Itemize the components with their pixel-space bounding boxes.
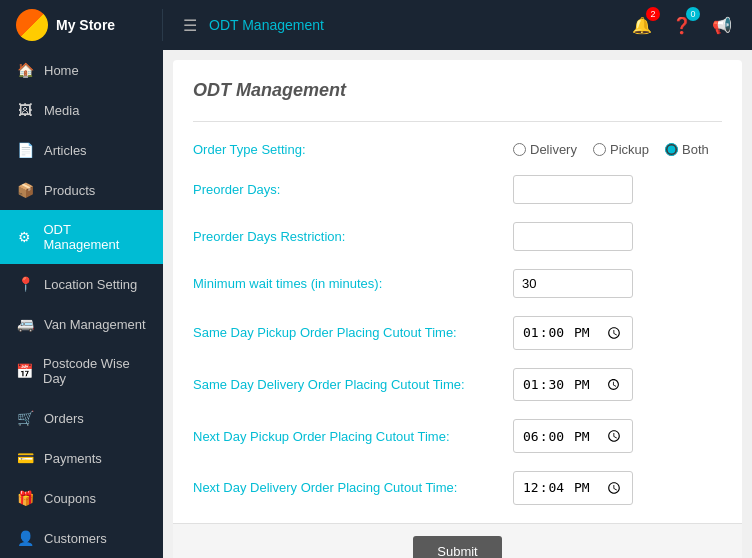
sidebar-item-label: Products xyxy=(44,183,95,198)
location-setting-icon: 📍 xyxy=(16,276,34,292)
min-wait-control xyxy=(513,269,722,298)
preorder-days-restriction-control xyxy=(513,222,722,251)
preorder-days-restriction-label: Preorder Days Restriction: xyxy=(193,229,513,244)
orders-icon: 🛒 xyxy=(16,410,34,426)
sidebar-item-label: Postcode Wise Day xyxy=(43,356,147,386)
sidebar-item-label: Orders xyxy=(44,411,84,426)
next-day-pickup-input[interactable] xyxy=(513,419,633,453)
updates-button[interactable]: ❓ 0 xyxy=(668,11,696,39)
next-day-pickup-label: Next Day Pickup Order Placing Cutout Tim… xyxy=(193,429,513,444)
next-day-delivery-label: Next Day Delivery Order Placing Cutout T… xyxy=(193,480,513,495)
notifications-badge: 2 xyxy=(646,7,660,21)
same-day-delivery-row: Same Day Delivery Order Placing Cutout T… xyxy=(193,368,722,402)
page-title: ODT Management xyxy=(193,80,722,101)
sidebar-item-label: Articles xyxy=(44,143,87,158)
submit-button[interactable]: Submit xyxy=(413,536,501,558)
customers-icon: 👤 xyxy=(16,530,34,546)
hamburger-icon[interactable]: ☰ xyxy=(183,16,197,35)
sidebar-item-label: Location Setting xyxy=(44,277,137,292)
sidebar-item-customers[interactable]: 👤 Customers xyxy=(0,518,163,558)
sidebar-item-articles[interactable]: 📄 Articles xyxy=(0,130,163,170)
sidebar-item-label: Coupons xyxy=(44,491,96,506)
order-type-row: Order Type Setting: Delivery Pickup Both xyxy=(193,142,722,157)
home-icon: 🏠 xyxy=(16,62,34,78)
main-content: ODT Management Order Type Setting: Deliv… xyxy=(173,60,742,558)
sidebar-item-odt-management[interactable]: ⚙ ODT Management xyxy=(0,210,163,264)
order-type-label: Order Type Setting: xyxy=(193,142,513,157)
same-day-delivery-control xyxy=(513,368,722,402)
same-day-pickup-control xyxy=(513,316,722,350)
topbar-title: ODT Management xyxy=(209,17,324,33)
next-day-delivery-row: Next Day Delivery Order Placing Cutout T… xyxy=(193,471,722,505)
same-day-pickup-row: Same Day Pickup Order Placing Cutout Tim… xyxy=(193,316,722,350)
notifications-button[interactable]: 🔔 2 xyxy=(628,11,656,39)
main-wrapper: ODT Management Order Type Setting: Deliv… xyxy=(163,0,752,558)
radio-option-delivery[interactable]: Delivery xyxy=(513,142,577,157)
same-day-delivery-label: Same Day Delivery Order Placing Cutout T… xyxy=(193,377,513,392)
next-day-pickup-row: Next Day Pickup Order Placing Cutout Tim… xyxy=(193,419,722,453)
radio-option-pickup[interactable]: Pickup xyxy=(593,142,649,157)
preorder-days-restriction-row: Preorder Days Restriction: xyxy=(193,222,722,251)
sidebar-item-postcode-wise-day[interactable]: 📅 Postcode Wise Day xyxy=(0,344,163,398)
sidebar-item-payments[interactable]: 💳 Payments xyxy=(0,438,163,478)
radio-option-both[interactable]: Both xyxy=(665,142,709,157)
preorder-days-input[interactable] xyxy=(513,175,633,204)
topbar-center: ☰ ODT Management xyxy=(163,16,612,35)
sidebar-item-coupons[interactable]: 🎁 Coupons xyxy=(0,478,163,518)
next-day-delivery-input[interactable] xyxy=(513,471,633,505)
sidebar: 🏠 Home🖼 Media📄 Articles📦 Products⚙ ODT M… xyxy=(0,0,163,558)
sidebar-item-location-setting[interactable]: 📍 Location Setting xyxy=(0,264,163,304)
same-day-pickup-input[interactable] xyxy=(513,316,633,350)
van-management-icon: 🚐 xyxy=(16,316,34,332)
store-name: My Store xyxy=(56,17,115,33)
payments-icon: 💳 xyxy=(16,450,34,466)
same-day-delivery-input[interactable] xyxy=(513,368,633,402)
preorder-days-row: Preorder Days: xyxy=(193,175,722,204)
sidebar-item-orders[interactable]: 🛒 Orders xyxy=(0,398,163,438)
products-icon: 📦 xyxy=(16,182,34,198)
logo-icon xyxy=(16,9,48,41)
sidebar-item-label: Van Management xyxy=(44,317,146,332)
preorder-days-restriction-input[interactable] xyxy=(513,222,633,251)
sidebar-item-products[interactable]: 📦 Products xyxy=(0,170,163,210)
preorder-days-label: Preorder Days: xyxy=(193,182,513,197)
min-wait-input[interactable] xyxy=(513,269,633,298)
topbar-logo: My Store xyxy=(0,9,163,41)
same-day-pickup-label: Same Day Pickup Order Placing Cutout Tim… xyxy=(193,325,513,340)
sidebar-item-label: Home xyxy=(44,63,79,78)
min-wait-label: Minimum wait times (in minutes): xyxy=(193,276,513,291)
topbar: My Store ☰ ODT Management 🔔 2 ❓ 0 📢 xyxy=(0,0,752,50)
sidebar-item-label: Payments xyxy=(44,451,102,466)
form-divider xyxy=(193,121,722,122)
preorder-days-control xyxy=(513,175,722,204)
sidebar-item-media[interactable]: 🖼 Media xyxy=(0,90,163,130)
sidebar-item-home[interactable]: 🏠 Home xyxy=(0,50,163,90)
updates-badge: 0 xyxy=(686,7,700,21)
odt-management-icon: ⚙ xyxy=(16,229,33,245)
coupons-icon: 🎁 xyxy=(16,490,34,506)
min-wait-row: Minimum wait times (in minutes): xyxy=(193,269,722,298)
submit-bar: Submit xyxy=(173,523,742,558)
sidebar-item-van-management[interactable]: 🚐 Van Management xyxy=(0,304,163,344)
postcode-wise-day-icon: 📅 xyxy=(16,363,33,379)
articles-icon: 📄 xyxy=(16,142,34,158)
sidebar-item-label: ODT Management xyxy=(43,222,147,252)
topbar-icons: 🔔 2 ❓ 0 📢 xyxy=(612,11,752,39)
order-type-options: Delivery Pickup Both xyxy=(513,142,722,157)
sidebar-item-label: Customers xyxy=(44,531,107,546)
next-day-delivery-control xyxy=(513,471,722,505)
sidebar-item-label: Media xyxy=(44,103,79,118)
next-day-pickup-control xyxy=(513,419,722,453)
media-icon: 🖼 xyxy=(16,102,34,118)
cart-button[interactable]: 📢 xyxy=(708,11,736,39)
